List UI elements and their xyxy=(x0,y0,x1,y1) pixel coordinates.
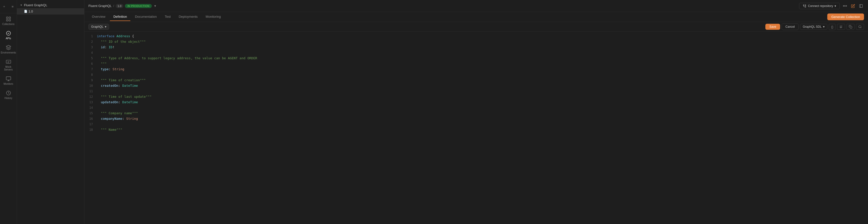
sdl-label: GraphQL SDL xyxy=(803,25,822,28)
connect-repository-button[interactable]: Connect repository ▾ xyxy=(799,3,840,9)
sidebar-item-monitors[interactable]: Monitors xyxy=(1,74,16,87)
file-icon: 📄 xyxy=(24,10,27,13)
save-button[interactable]: Save xyxy=(765,24,780,30)
sidebar-item-environments[interactable]: Environments xyxy=(1,43,16,56)
sidebar-item-label: Mock Servers xyxy=(2,65,14,71)
line-content xyxy=(97,105,868,111)
svg-point-9 xyxy=(805,4,806,5)
line-number: 5 xyxy=(84,56,97,61)
line-number: 17 xyxy=(84,122,97,127)
line-content xyxy=(97,89,868,94)
line-content xyxy=(97,122,868,127)
sidebar-item-mock-servers[interactable]: Mock Servers xyxy=(1,57,16,73)
tree-root[interactable]: ▼ Fluent GraphQL xyxy=(17,2,84,8)
code-editor[interactable]: 1interface Address {2 """ ID of the obje… xyxy=(84,32,868,224)
sidebar-item-collections[interactable]: Collections xyxy=(1,14,16,28)
more-options-button[interactable]: ••• xyxy=(842,3,848,9)
line-number: 6 xyxy=(84,61,97,66)
tree-item-label: 1.0 xyxy=(28,9,33,13)
code-line: 3 id: ID! xyxy=(84,45,868,50)
line-content: """ Time of last update""" xyxy=(97,94,868,100)
line-number: 4 xyxy=(84,50,97,55)
tree-root-label: Fluent GraphQL xyxy=(24,3,47,7)
line-number: 8 xyxy=(84,72,97,77)
sidebar-item-label: APIs xyxy=(6,37,11,40)
tab-deployments[interactable]: Deployments xyxy=(175,13,201,21)
svg-rect-0 xyxy=(6,17,8,19)
tree-item-version[interactable]: 📄 1.0 xyxy=(17,8,84,15)
topbar-actions: Connect repository ▾ ••• xyxy=(799,3,864,9)
line-number: 3 xyxy=(84,45,97,50)
wrap-button[interactable] xyxy=(837,24,845,30)
tab-definition[interactable]: Definition xyxy=(110,13,130,21)
repository-icon xyxy=(803,4,806,8)
line-number: 7 xyxy=(84,67,97,72)
edit-button[interactable] xyxy=(850,3,856,9)
line-content xyxy=(97,72,868,78)
sidebar-item-label: Collections xyxy=(2,23,14,26)
sidebar-item-label: History xyxy=(4,97,12,100)
view-button[interactable] xyxy=(858,3,864,9)
line-content: updatedOn: DateTime xyxy=(97,100,868,105)
generate-collection-button[interactable]: Generate Collection xyxy=(827,13,864,20)
version-dropdown-button[interactable]: ▾ xyxy=(153,3,157,9)
svg-rect-12 xyxy=(850,26,852,28)
tab-monitoring[interactable]: Monitoring xyxy=(202,13,224,21)
sidebar-item-apis[interactable]: APIs xyxy=(1,28,16,42)
cancel-button[interactable]: Cancel xyxy=(782,24,798,30)
sidebar-top-actions: ＋ ≡ xyxy=(0,2,17,13)
code-line: 5 """ Type of Address, to support legacy… xyxy=(84,56,868,61)
line-number: 2 xyxy=(84,39,97,44)
copy-button[interactable] xyxy=(846,24,855,30)
line-content: """ Name""" xyxy=(97,127,868,133)
code-line: 2 """ ID of the object""" xyxy=(84,39,868,45)
tab-documentation[interactable]: Documentation xyxy=(131,13,160,21)
tab-test[interactable]: Test xyxy=(161,13,174,21)
svg-point-13 xyxy=(859,26,861,28)
line-content: """ Time of creation""" xyxy=(97,78,868,83)
breadcrumb: Fluent GraphQL / 1.0 IN PRODUCTION ▾ xyxy=(88,3,157,9)
status-badge: IN PRODUCTION xyxy=(125,4,152,8)
line-number: 15 xyxy=(84,111,97,116)
language-selector[interactable]: GraphQL ▾ xyxy=(88,24,109,30)
line-content: createdOn: DateTime xyxy=(97,83,868,88)
menu-button[interactable]: ≡ xyxy=(9,3,16,10)
line-number: 18 xyxy=(84,127,97,132)
code-line: 8 xyxy=(84,72,868,78)
code-line: 11 xyxy=(84,89,868,94)
add-button[interactable]: ＋ xyxy=(1,3,8,10)
line-content: """ ID of the object""" xyxy=(97,39,868,45)
sidebar-item-label: Monitors xyxy=(3,83,13,85)
code-line: 9 """ Time of creation""" xyxy=(84,78,868,83)
search-button[interactable] xyxy=(856,24,864,30)
copy-icon xyxy=(849,25,852,28)
code-line: 14 xyxy=(84,105,868,111)
line-number: 16 xyxy=(84,116,97,121)
format-json-button[interactable]: {} xyxy=(829,24,836,30)
line-content: """ Company name""" xyxy=(97,111,868,116)
line-content xyxy=(97,50,868,56)
line-number: 12 xyxy=(84,94,97,99)
version-badge: 1.0 xyxy=(116,4,123,8)
svg-rect-11 xyxy=(860,4,863,7)
language-chevron-icon: ▾ xyxy=(105,25,106,28)
api-name: Fluent GraphQL xyxy=(88,4,112,8)
main-content: Fluent GraphQL / 1.0 IN PRODUCTION ▾ Con… xyxy=(84,0,868,224)
code-line: 17 xyxy=(84,122,868,127)
sdl-selector[interactable]: GraphQL SDL ▾ xyxy=(800,24,828,30)
tab-overview[interactable]: Overview xyxy=(88,13,109,21)
sidebar: ＋ ≡ Collections APIs Environments M xyxy=(0,0,17,224)
code-line: 18 """ Name""" xyxy=(84,127,868,133)
code-line: 6 """ xyxy=(84,61,868,67)
sidebar-item-history[interactable]: History xyxy=(1,88,16,102)
connect-repo-chevron: ▾ xyxy=(835,4,836,8)
line-content: """ Type of Address, to support legacy a… xyxy=(97,56,868,61)
svg-rect-6 xyxy=(6,77,10,80)
tabs-right-actions: Generate Collection xyxy=(827,13,864,20)
line-number: 1 xyxy=(84,34,97,39)
svg-rect-2 xyxy=(6,20,8,21)
edit-icon xyxy=(851,4,855,8)
svg-point-10 xyxy=(805,6,806,7)
code-line: 4 xyxy=(84,50,868,56)
chevron-down-icon: ▼ xyxy=(20,4,23,6)
